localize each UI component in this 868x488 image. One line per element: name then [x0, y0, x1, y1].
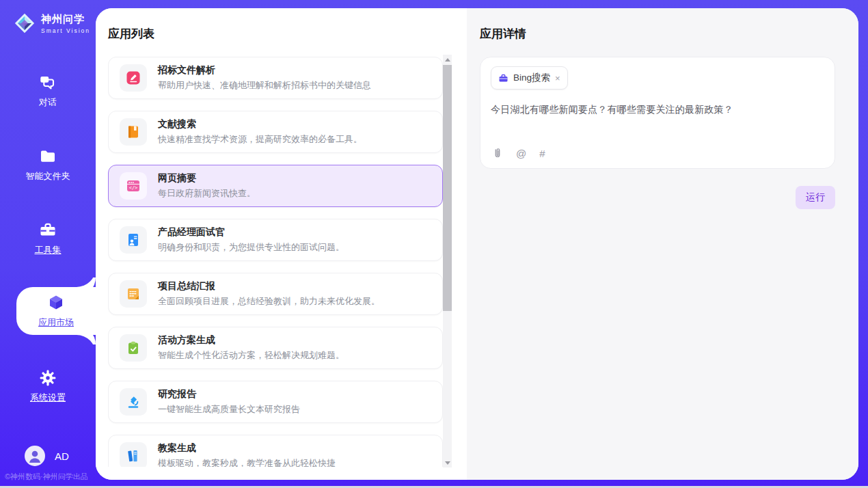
gear-icon [38, 368, 57, 388]
folder-icon [38, 147, 57, 166]
app-item-desc: 全面回顾项目进展，总结经验教训，助力未来优化发展。 [158, 295, 380, 308]
brand-logo: 神州问学 Smart Vision [12, 11, 90, 36]
interviewer-icon [126, 232, 141, 247]
webpage-summary-icon: </> [126, 178, 141, 193]
plugin-tag-label: Bing搜索 [513, 72, 550, 84]
brand-name: 神州问学 [41, 13, 90, 26]
literature-search-icon [126, 124, 141, 139]
app-item-bid-parse[interactable]: 招标文件解析 帮助用户快速、准确地理解和解析招标书中的关键信息 [108, 57, 443, 99]
app-item-desc: 模板驱动，教案秒成，教学准备从此轻松快捷 [158, 457, 336, 467]
sidebar-item-label: 智能文件夹 [26, 170, 70, 182]
scroll-up-icon[interactable] [443, 55, 452, 64]
activity-plan-icon [126, 340, 141, 355]
app-item-pm-interviewer[interactable]: 产品经理面试官 明确身份和职责，为您提供专业性的面试问题。 [108, 219, 443, 261]
sidebar-item-settings[interactable]: 系统设置 [0, 365, 96, 407]
app-item-desc: 帮助用户快速、准确地理解和解析招标书中的关键信息 [158, 79, 371, 92]
sidebar: 神州问学 Smart Vision 对话 智能文件夹 工具集 [0, 0, 96, 488]
app-item-research-report[interactable]: 研究报告 一键智能生成高质量长文本研究报告 [108, 381, 443, 423]
app-list-title: 应用列表 [108, 26, 467, 42]
app-item-lesson-plan[interactable]: 教案生成 模板驱动，教案秒成，教学准备从此轻松快捷 [108, 435, 443, 467]
run-row: 运行 [480, 186, 835, 209]
app-list-panel: 应用列表 招标文件解析 帮助用户快速、准确地理解和解析招标书中的关键信息 [96, 8, 467, 480]
input-toolbar: @ # [491, 147, 545, 159]
app-list-scrollbar[interactable] [443, 55, 452, 467]
app-item-desc: 一键智能生成高质量长文本研究报告 [158, 403, 300, 416]
app-item-title: 教案生成 [158, 442, 336, 455]
app-item-desc: 每日政府新闻资讯快查。 [158, 187, 256, 200]
cube-icon [46, 293, 66, 312]
briefcase-icon [498, 73, 508, 83]
avatar [25, 446, 45, 466]
sidebar-nav: 对话 智能文件夹 工具集 应用市场 [0, 70, 96, 439]
main-content: 应用列表 招标文件解析 帮助用户快速、准确地理解和解析招标书中的关键信息 [96, 8, 858, 480]
app-item-desc: 快速精准查找学术资源，提高研究效率的必备工具。 [158, 133, 362, 146]
toolbox-icon [38, 221, 57, 240]
app-item-title: 招标文件解析 [158, 64, 371, 77]
project-summary-icon [126, 286, 141, 301]
plugin-tag-bing-search[interactable]: Bing搜索 × [491, 66, 568, 90]
app-item-title: 活动方案生成 [158, 334, 344, 347]
app-item-desc: 智能生成个性化活动方案，轻松解决规划难题。 [158, 349, 344, 362]
sidebar-item-smart-folder[interactable]: 智能文件夹 [0, 144, 96, 186]
scrollbar-thumb[interactable] [443, 65, 452, 311]
hash-icon[interactable]: # [539, 148, 545, 159]
prompt-card: Bing搜索 × 今日湖北有哪些新闻要点？有哪些需要关注的最新政策？ @ # [480, 57, 835, 169]
app-item-literature-search[interactable]: 文献搜索 快速精准查找学术资源，提高研究效率的必备工具。 [108, 111, 443, 153]
query-input[interactable]: 今日湖北有哪些新闻要点？有哪些需要关注的最新政策？ [491, 104, 824, 116]
app-list: 招标文件解析 帮助用户快速、准确地理解和解析招标书中的关键信息 文献搜索 快速精… [108, 57, 443, 467]
mention-icon[interactable]: @ [516, 148, 526, 159]
research-report-icon [126, 394, 141, 409]
app-item-title: 项目总结汇报 [158, 280, 380, 293]
app-item-title: 文献搜索 [158, 118, 362, 131]
app-item-title: 网页摘要 [158, 172, 256, 185]
bid-document-icon [126, 70, 141, 85]
lesson-plan-icon [126, 448, 141, 463]
app-item-project-summary[interactable]: 项目总结汇报 全面回顾项目进展，总结经验教训，助力未来优化发展。 [108, 273, 443, 315]
user-icon [25, 446, 45, 466]
sidebar-item-label: 系统设置 [30, 392, 66, 404]
app-item-title: 产品经理面试官 [158, 226, 344, 239]
chat-icon [38, 73, 57, 92]
scroll-down-icon[interactable] [443, 458, 452, 467]
app-item-activity-plan[interactable]: 活动方案生成 智能生成个性化活动方案，轻松解决规划难题。 [108, 327, 443, 369]
run-button[interactable]: 运行 [796, 186, 835, 209]
user-account[interactable]: AD [25, 446, 69, 466]
app-detail-panel: 应用详情 Bing搜索 × 今日湖北有哪些新闻要点？有哪些需要关注的最新政策？ … [467, 8, 858, 480]
sidebar-item-app-market[interactable]: 应用市场 [16, 287, 96, 335]
app-item-desc: 明确身份和职责，为您提供专业性的面试问题。 [158, 241, 344, 254]
sidebar-item-label: 应用市场 [38, 316, 74, 329]
app-item-webpage-summary[interactable]: </> 网页摘要 每日政府新闻资讯快查。 [108, 165, 443, 207]
sidebar-item-label: 工具集 [35, 244, 62, 256]
user-initials: AD [55, 450, 69, 462]
app-detail-title: 应用详情 [480, 26, 858, 42]
svg-text:</>: </> [129, 185, 138, 191]
copyright-footer: ©神州数码·神州问学出品 [5, 472, 88, 482]
sidebar-item-toolset[interactable]: 工具集 [0, 217, 96, 260]
close-icon[interactable]: × [555, 74, 560, 83]
brand-diamond-icon [12, 11, 37, 36]
app-item-title: 研究报告 [158, 388, 300, 401]
brand-subtitle: Smart Vision [41, 27, 90, 34]
paperclip-icon[interactable] [491, 147, 503, 159]
sidebar-item-label: 对话 [39, 96, 57, 109]
sidebar-item-chat[interactable]: 对话 [0, 70, 96, 112]
